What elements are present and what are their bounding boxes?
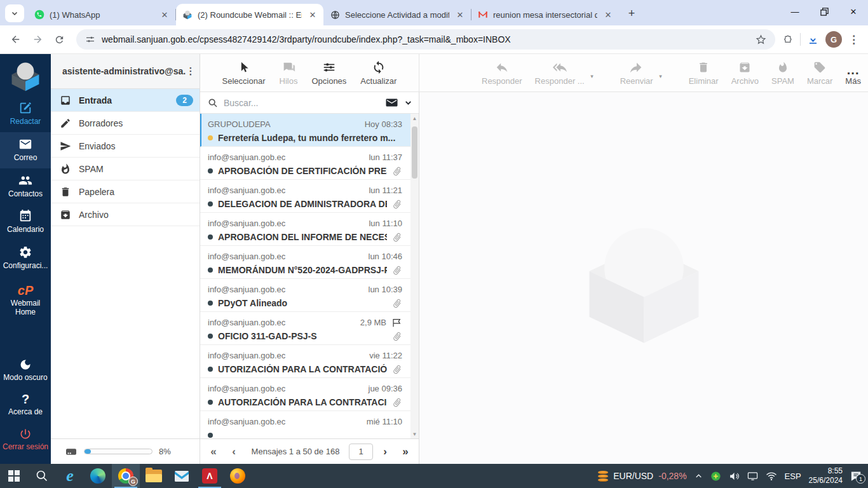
clock[interactable]: 8:55 25/6/2024 (809, 466, 843, 485)
folder-actions-icon[interactable]: ⋮ (186, 65, 196, 77)
sidebar-item-cerrar-sesion[interactable]: Cerrar sesión (0, 423, 51, 458)
scrollbar-thumb[interactable] (412, 126, 417, 179)
minimize-button[interactable]: — (780, 0, 810, 23)
unread-dot[interactable] (208, 433, 213, 438)
tab-close-icon[interactable]: ✕ (602, 9, 614, 20)
message-row[interactable]: info@sanjuan.gob.ec 2,9 MB OFICIO 311-GA… (200, 312, 419, 345)
dropdown-caret-icon[interactable]: ▾ (659, 73, 662, 79)
extensions-icon[interactable] (783, 34, 794, 45)
first-page-button[interactable]: « (205, 445, 222, 458)
taskbar-acrobat-button[interactable]: Λ (196, 464, 224, 488)
search-input[interactable] (224, 98, 380, 108)
taskbar-search-button[interactable] (28, 464, 56, 488)
scroll-down-icon[interactable]: ▼ (410, 430, 419, 438)
unread-dot[interactable] (208, 400, 213, 405)
notification-center-button[interactable]: 1 (850, 471, 862, 481)
mark-button[interactable]: Marcar (802, 59, 837, 87)
chevron-down-icon[interactable] (404, 98, 412, 107)
message-row[interactable]: GRUPOLUDEPA Hoy 08:33 Ferretería Ludepa,… (200, 114, 419, 147)
reload-icon[interactable] (50, 30, 69, 49)
forward-icon[interactable] (28, 30, 47, 49)
sidebar-item-acerca-de[interactable]: ? Acerca de (0, 388, 51, 423)
omnibox[interactable]: webmail.sanjuan.gob.ec/cpsess4827429142/… (76, 29, 775, 50)
download-icon[interactable] (807, 34, 819, 46)
message-row[interactable]: info@sanjuan.gob.ec jue 09:36 AUTORIZACI… (200, 378, 419, 411)
folder-papelera[interactable]: Papelera (51, 180, 200, 203)
message-row[interactable]: info@sanjuan.gob.ec lun 10:39 PDyOT Alin… (200, 279, 419, 312)
unread-dot[interactable] (208, 234, 213, 240)
taskbar-ie-button[interactable]: e (56, 464, 84, 488)
taskbar-firefox-button[interactable] (224, 464, 252, 488)
list-scrollbar[interactable]: ▲ ▼ (410, 114, 419, 438)
sidebar-item-redactar[interactable]: Redactar (0, 96, 51, 132)
start-button[interactable] (0, 464, 28, 488)
threads-button[interactable]: Hilos (275, 59, 303, 87)
unread-dot[interactable] (208, 268, 213, 273)
reply-button[interactable]: Responder (477, 59, 527, 87)
folder-enviados[interactable]: Enviados (51, 135, 200, 158)
select-button[interactable]: Seleccionar (217, 59, 271, 87)
sidebar-item-correo[interactable]: Correo (0, 132, 51, 168)
back-icon[interactable] (6, 30, 25, 49)
wifi-icon[interactable] (766, 471, 777, 481)
message-row[interactable]: info@sanjuan.gob.ec vie 11:22 UTORIZACIÓ… (200, 345, 419, 378)
unread-dot[interactable] (208, 367, 213, 372)
unread-dot[interactable] (208, 168, 213, 173)
profile-avatar[interactable]: G (825, 31, 842, 48)
folder-archivo[interactable]: Archivo (51, 203, 200, 226)
spam-button[interactable]: SPAM (766, 59, 799, 87)
taskbar-mail-button[interactable] (168, 464, 196, 488)
sidebar-item-configuracion[interactable]: Configuraci... (0, 240, 51, 276)
unread-dot[interactable] (208, 334, 213, 339)
delete-button[interactable]: Eliminar (684, 59, 724, 87)
flag-icon[interactable] (391, 318, 402, 327)
currency-ticker[interactable]: EUR/USD -0,28% (598, 471, 686, 482)
sidebar-item-modo-oscuro[interactable]: Modo oscuro (0, 353, 51, 388)
site-settings-icon[interactable] (85, 34, 95, 44)
language-indicator[interactable]: ESP (785, 471, 801, 481)
sidebar-item-contactos[interactable]: Contactos (0, 168, 51, 205)
page-number-input[interactable] (349, 444, 373, 460)
archive-button[interactable]: Archivo (726, 59, 764, 87)
tab-close-icon[interactable]: ✕ (454, 9, 466, 20)
sidebar-item-calendario[interactable]: Calendario (0, 204, 51, 240)
tab-search-button[interactable] (5, 4, 24, 22)
url-text[interactable]: webmail.sanjuan.gob.ec/cpsess4827429142/… (102, 34, 749, 44)
taskbar-chrome-button[interactable]: G (112, 464, 140, 488)
restore-button[interactable] (810, 0, 839, 23)
scroll-up-icon[interactable]: ▲ (410, 114, 419, 123)
tab-close-icon[interactable]: ✕ (159, 9, 170, 20)
volume-icon[interactable] (729, 471, 740, 482)
envelope-icon[interactable] (386, 98, 398, 107)
tab-close-icon[interactable]: ✕ (307, 9, 318, 20)
taskbar-explorer-button[interactable] (140, 464, 168, 488)
display-connect-icon[interactable] (747, 471, 758, 481)
new-tab-button[interactable]: + (623, 4, 641, 22)
prev-page-button[interactable]: ‹ (226, 445, 242, 458)
unread-dot[interactable] (208, 201, 213, 207)
message-row[interactable]: info@sanjuan.gob.ec lun 11:37 APROBACIÓN… (200, 147, 419, 180)
unread-dot[interactable] (208, 135, 213, 140)
message-row[interactable]: info@sanjuan.gob.ec lun 10:46 MEMORÁNDUM… (200, 246, 419, 279)
tab-roundcube[interactable]: (2) Roundcube Webmail :: Entra ✕ (176, 4, 323, 25)
message-row[interactable]: info@sanjuan.gob.ec lun 11:10 APROBACION… (200, 213, 419, 246)
unread-dot[interactable] (208, 301, 213, 306)
tab-whatsapp[interactable]: (1) WhatsApp ✕ (28, 4, 175, 25)
message-row[interactable]: info@sanjuan.gob.ec lun 11:21 DELEGACION… (200, 180, 419, 213)
taskbar-edge-button[interactable] (84, 464, 112, 488)
refresh-button[interactable]: Actualizar (355, 59, 402, 87)
bookmark-star-icon[interactable] (756, 34, 766, 45)
more-button[interactable]: ... Más (840, 59, 866, 87)
message-row[interactable]: info@sanjuan.gob.ec mié 11:10 (200, 411, 419, 438)
folder-borradores[interactable]: Borradores (51, 112, 200, 135)
next-page-button[interactable]: › (377, 445, 393, 458)
folder-entrada[interactable]: Entrada 2 (51, 89, 200, 112)
folder-spam[interactable]: SPAM (51, 158, 200, 180)
reply-all-button[interactable]: Responder ... ▾ (530, 59, 590, 87)
options-button[interactable]: Opciones (306, 59, 351, 87)
forward-button[interactable]: Reenviar ▾ (615, 59, 658, 87)
browser-menu-icon[interactable]: ⋮ (848, 33, 859, 46)
tray-expand-icon[interactable] (695, 472, 703, 480)
tab-actividad[interactable]: Seleccione Actividad a modific ✕ (323, 4, 471, 25)
sidebar-item-webmail-home[interactable]: cP Webmail Home (0, 279, 51, 323)
